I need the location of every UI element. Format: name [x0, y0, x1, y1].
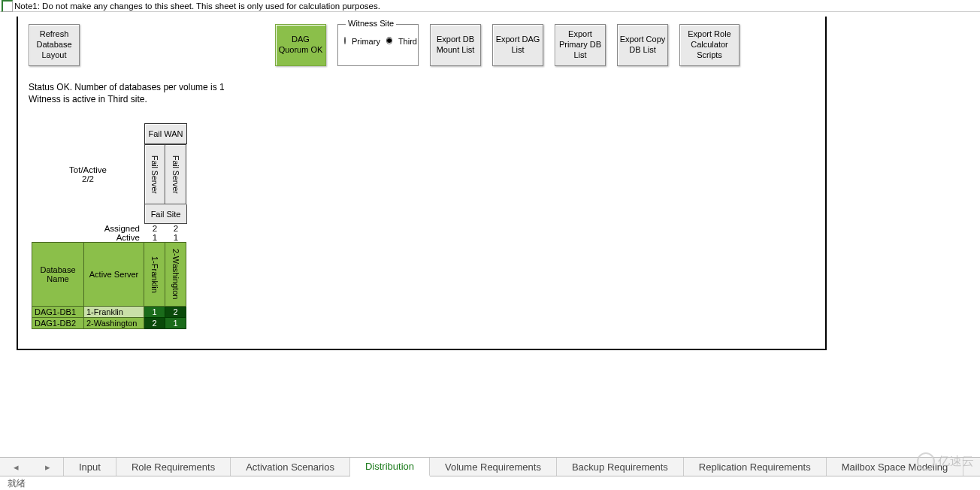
- cell-selector[interactable]: [2, 0, 13, 12]
- export-db-mount-button[interactable]: Export DB Mount List: [430, 24, 481, 66]
- tab-backup-requirements[interactable]: Backup Requirements: [557, 458, 684, 476]
- copy-cell: 2: [144, 318, 165, 329]
- col-server-1: 1-Franklin: [144, 242, 165, 307]
- tab-activation-scenarios[interactable]: Activation Scenarios: [231, 458, 350, 476]
- witness-third-radio[interactable]: [386, 37, 392, 44]
- export-copy-db-button[interactable]: Export Copy DB List: [617, 24, 668, 66]
- active-val-2: 1: [165, 233, 186, 242]
- assigned-val-1: 2: [144, 224, 165, 233]
- col-server-2: 2-Washington: [165, 242, 186, 307]
- assigned-label: Assigned: [32, 224, 144, 233]
- witness-legend: Witness Site: [346, 19, 396, 28]
- copy-cell: 2: [165, 307, 186, 318]
- fail-wan-button[interactable]: Fail WAN: [144, 123, 187, 144]
- active-val-1: 1: [144, 233, 165, 242]
- tab-replication-requirements[interactable]: Replication Requirements: [684, 458, 827, 476]
- table-row: DAG1-DB1 1-Franklin 1 2: [32, 307, 187, 318]
- witness-third-label: Third: [398, 37, 417, 46]
- tab-role-requirements[interactable]: Role Requirements: [116, 458, 231, 476]
- tab-nav-next-icon[interactable]: ▸: [45, 461, 50, 473]
- col-active-server: Active Server: [84, 242, 144, 307]
- dag-quorum-button[interactable]: DAG Quorum OK: [275, 24, 326, 66]
- sheet-tabs: ◂ ▸ InputRole RequirementsActivation Sce…: [0, 457, 980, 476]
- status-line-1: Status OK. Number of databases per volum…: [29, 81, 815, 93]
- db-name-cell: DAG1-DB2: [32, 318, 84, 329]
- assigned-val-2: 2: [165, 224, 186, 233]
- status-ready: 就绪: [8, 477, 26, 490]
- copy-cell: 1: [144, 307, 165, 318]
- witness-site-group: Witness Site Primary Third: [337, 24, 419, 66]
- fail-server-2-button[interactable]: Fail Server: [165, 144, 186, 204]
- watermark: 亿速云: [917, 452, 974, 470]
- export-dag-button[interactable]: Export DAG List: [492, 24, 543, 66]
- witness-primary-label: Primary: [352, 37, 380, 46]
- tab-volume-requirements[interactable]: Volume Requirements: [430, 458, 557, 476]
- witness-primary-radio[interactable]: [344, 37, 346, 44]
- status-line-2: Witness is active in Third site.: [29, 93, 815, 105]
- fail-site-button[interactable]: Fail Site: [144, 204, 187, 224]
- main-panel: Refresh Database Layout DAG Quorum OK Wi…: [17, 17, 827, 350]
- copy-cell: 1: [165, 318, 186, 329]
- active-server-cell: 2-Washington: [84, 318, 144, 329]
- watermark-text: 亿速云: [938, 454, 974, 470]
- sheet-note: Note1: Do not make any changes to this s…: [14, 2, 380, 11]
- tab-input[interactable]: Input: [64, 458, 116, 476]
- tab-distribution[interactable]: Distribution: [350, 458, 430, 476]
- export-role-scripts-button[interactable]: Export Role Calculator Scripts: [679, 24, 740, 66]
- active-label: Active: [32, 233, 144, 242]
- tab-nav-prev-icon[interactable]: ◂: [14, 461, 19, 473]
- table-row: DAG1-DB2 2-Washington 2 1: [32, 318, 187, 329]
- fail-server-1-button[interactable]: Fail Server: [144, 144, 165, 204]
- active-server-cell: 1-Franklin: [84, 307, 144, 318]
- db-name-cell: DAG1-DB1: [32, 307, 84, 318]
- tot-active-label: Tot/Active: [69, 165, 107, 174]
- tot-active-value: 2/2: [82, 174, 94, 183]
- refresh-button[interactable]: Refresh Database Layout: [29, 24, 80, 66]
- export-primary-db-button[interactable]: Export Primary DB List: [555, 24, 606, 66]
- col-database-name: Database Name: [32, 242, 84, 307]
- watermark-icon: [917, 452, 935, 470]
